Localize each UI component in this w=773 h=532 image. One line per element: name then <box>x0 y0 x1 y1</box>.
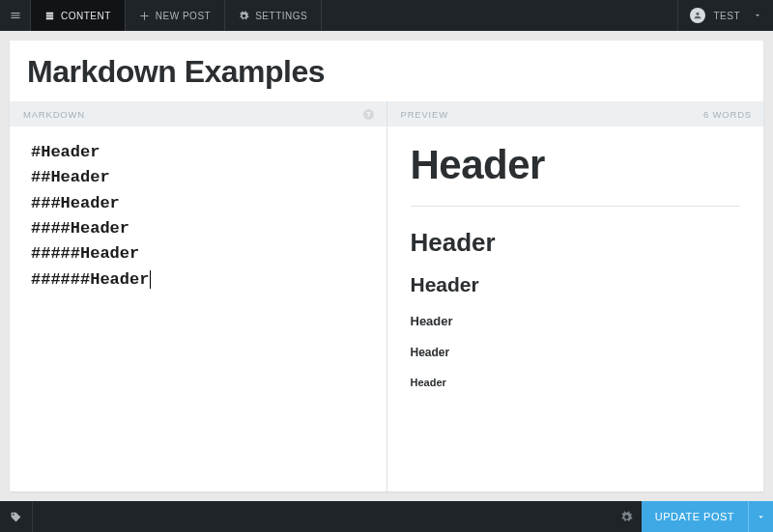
preview-h6: Header <box>411 377 741 388</box>
preview-h5: Header <box>411 346 741 359</box>
nav-settings-label: SETTINGS <box>255 11 307 21</box>
editor-card: Markdown Examples MARKDOWN ? #Header ##H… <box>10 41 763 491</box>
md-line: ##Header <box>31 165 365 190</box>
preview-h1: Header <box>411 142 741 188</box>
md-line: #Header <box>31 140 365 165</box>
nav-settings[interactable]: SETTINGS <box>225 0 322 31</box>
md-line: ###Header <box>31 191 365 216</box>
content-icon <box>44 11 55 21</box>
tag-icon <box>10 511 22 523</box>
update-post-button[interactable]: UPDATE POST <box>642 501 773 532</box>
user-icon <box>693 11 702 20</box>
help-icon[interactable]: ? <box>362 108 375 121</box>
user-menu[interactable]: TEST <box>677 0 773 31</box>
user-name: TEST <box>713 11 740 21</box>
editor-split: MARKDOWN ? #Header ##Header ###Header ##… <box>10 101 763 491</box>
svg-text:?: ? <box>365 110 370 119</box>
word-count: 6 WORDS <box>703 109 752 120</box>
nav-new-post-label: NEW POST <box>156 11 211 21</box>
chevron-down-icon <box>757 513 765 521</box>
preview-label: PREVIEW <box>401 109 448 120</box>
preview-pane: PREVIEW 6 WORDS Header Header Header Hea… <box>387 101 764 491</box>
menu-toggle[interactable] <box>0 0 31 31</box>
preview-h3: Header <box>411 273 741 296</box>
content-area: Markdown Examples MARKDOWN ? #Header ##H… <box>0 31 773 501</box>
post-settings-button[interactable] <box>613 501 642 532</box>
post-title-bar[interactable]: Markdown Examples <box>10 41 763 101</box>
md-line: ######Header <box>31 267 365 293</box>
tags-button[interactable] <box>0 501 33 532</box>
nav-new-post[interactable]: NEW POST <box>126 0 225 31</box>
top-toolbar: CONTENT NEW POST SETTINGS TEST <box>0 0 773 31</box>
plus-icon <box>139 11 150 21</box>
markdown-pane-header: MARKDOWN ? <box>10 101 386 126</box>
post-title: Markdown Examples <box>27 54 746 90</box>
update-post-dropdown[interactable] <box>748 501 773 532</box>
md-line: #####Header <box>31 241 365 266</box>
preview-divider <box>411 206 741 207</box>
gear-icon <box>239 11 249 21</box>
nav-content-label: CONTENT <box>61 11 111 21</box>
preview-pane-header: PREVIEW 6 WORDS <box>387 101 764 126</box>
preview-body: Header Header Header Header Header Heade… <box>387 126 764 491</box>
chevron-down-icon <box>754 12 761 19</box>
svg-point-2 <box>13 513 14 515</box>
md-line: ####Header <box>31 216 365 241</box>
hamburger-icon <box>10 10 21 21</box>
gear-icon <box>620 511 633 523</box>
top-nav: CONTENT NEW POST SETTINGS <box>0 0 322 31</box>
avatar <box>690 8 705 23</box>
preview-h4: Header <box>411 314 741 328</box>
preview-h2: Header <box>411 228 741 258</box>
bottom-toolbar: UPDATE POST <box>0 501 773 532</box>
markdown-pane: MARKDOWN ? #Header ##Header ###Header ##… <box>10 101 387 491</box>
markdown-label: MARKDOWN <box>23 109 85 120</box>
update-post-label: UPDATE POST <box>642 501 748 532</box>
markdown-editor[interactable]: #Header ##Header ###Header ####Header ##… <box>10 126 386 491</box>
nav-content[interactable]: CONTENT <box>31 0 126 31</box>
